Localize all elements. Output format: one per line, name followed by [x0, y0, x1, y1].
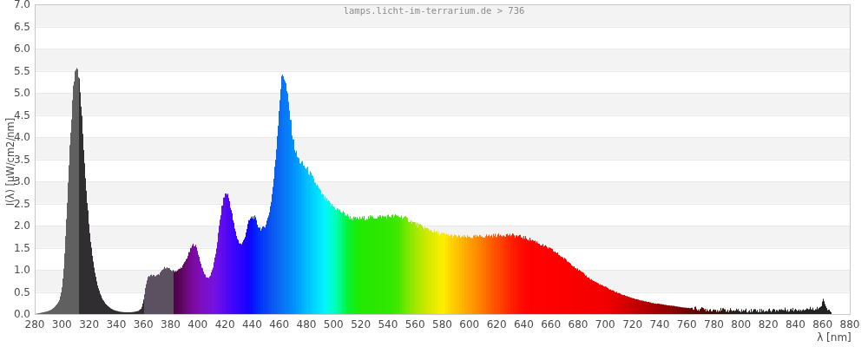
y-tick-label: 0.5 [1, 286, 30, 298]
y-tick-label: 6.5 [1, 21, 30, 33]
y-tick-label: 6.0 [1, 43, 30, 55]
y-tick-label: 1.5 [1, 242, 30, 254]
y-tick-label: 5.5 [1, 65, 30, 77]
y-tick-label: 4.0 [1, 131, 30, 143]
y-tick-label: 2.0 [1, 219, 30, 232]
chart-title: lamps.licht-im-terrarium.de > 736 [0, 5, 868, 16]
y-tick-label: 1.0 [1, 264, 30, 276]
y-tick-label: 3.0 [1, 175, 30, 187]
x-tick-label: 880 [832, 318, 867, 331]
spectral-chart: lamps.licht-im-terrarium.de > 736 I(λ) [… [0, 0, 868, 347]
spectrum-canvas [0, 0, 868, 347]
y-tick-label: 5.0 [1, 87, 30, 99]
x-axis-title: λ [nm] [812, 331, 856, 344]
y-tick-label: 3.5 [1, 154, 30, 166]
y-tick-label: 2.5 [1, 198, 30, 210]
y-tick-label: 4.5 [1, 109, 30, 121]
y-tick-label: 7.0 [1, 0, 30, 10]
